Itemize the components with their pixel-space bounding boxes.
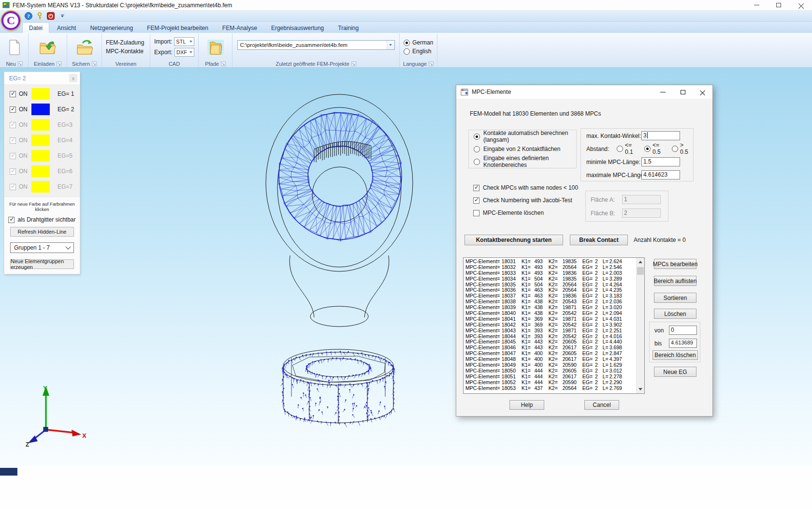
mpc-list-row[interactable]: MPC-Element=18052 K1=444 K2=20590 EG=2 L…: [465, 380, 636, 386]
eg-panel-close-button[interactable]: [69, 74, 77, 82]
eg-on-checkbox[interactable]: [10, 91, 16, 97]
dialog-maximize-button[interactable]: [673, 85, 693, 99]
ribbon-tab[interactable]: Netzgenerierung: [84, 23, 139, 33]
new-project-button[interactable]: [3, 33, 26, 60]
close-icon: [700, 90, 705, 95]
window-close-button[interactable]: [790, 0, 812, 10]
start-contact-calculation-button[interactable]: Kontaktberechnung starten: [464, 235, 563, 245]
bereich-loeschen-button[interactable]: Bereich löschen: [652, 350, 698, 360]
ribbon-tab[interactable]: Ergebnisauswertung: [265, 23, 330, 33]
eg-color-swatch[interactable]: [31, 134, 50, 146]
ribbon-tab[interactable]: Ansicht: [51, 23, 82, 33]
kontakt-winkel-input[interactable]: 3: [641, 131, 680, 140]
language-english-option[interactable]: English: [404, 48, 433, 55]
dialog-launcher-icon[interactable]: [351, 61, 356, 66]
abstand-option[interactable]: <= 0.5: [644, 144, 669, 153]
mpc-list-row[interactable]: MPC-Element=18034 K1=504 K2=19835 EG=2 L…: [465, 276, 636, 282]
eg-color-swatch[interactable]: [31, 165, 50, 177]
eg-color-swatch[interactable]: [31, 104, 50, 115]
paths-button[interactable]: [203, 33, 228, 60]
mpc-list-row[interactable]: MPC-Element=18033 K1=493 K2=19836 EG=2 L…: [465, 270, 636, 276]
exit-button[interactable]: [46, 12, 55, 20]
contact-mode-option[interactable]: Eingabe eines definierten Knotenbereiche…: [469, 155, 576, 168]
app-logo[interactable]: C: [1, 11, 20, 30]
groups-select[interactable]: Gruppen 1 - 7: [10, 242, 74, 253]
window-minimize-button[interactable]: [745, 0, 768, 10]
dialog-launcher-icon[interactable]: [92, 61, 97, 66]
check-option[interactable]: Check MPCs with same nodes < 100: [473, 181, 578, 194]
mpc-list-row[interactable]: MPC-Element=18051 K1=444 K2=20617 EG=2 L…: [465, 374, 636, 380]
break-contact-button[interactable]: Break Contact: [570, 235, 628, 245]
help-button[interactable]: Help: [509, 400, 544, 410]
refresh-hidden-line-button[interactable]: Refresh Hidden-Line: [10, 227, 74, 237]
dialog-launcher-icon[interactable]: [57, 61, 61, 66]
fem-zuladung-button[interactable]: FEM-Zuladung: [106, 39, 146, 46]
ribbon-group-neu: Neu: [0, 33, 29, 67]
help-button[interactable]: ?: [24, 12, 32, 20]
ribbon-tab[interactable]: Training: [332, 23, 365, 33]
min-mpc-laenge-input[interactable]: 1.5: [641, 157, 680, 166]
language-german-option[interactable]: German: [404, 39, 433, 46]
list-scrollbar[interactable]: [636, 258, 644, 393]
combobox-dropdown-button[interactable]: [387, 41, 394, 49]
loeschen-button[interactable]: Löschen: [654, 309, 696, 319]
mpc-list-row[interactable]: MPC-Element=18043 K1=393 K2=19871 EG=2 L…: [465, 328, 636, 334]
cancel-button[interactable]: Cancel: [584, 400, 619, 410]
neue-eg-button[interactable]: Neue EG: [654, 367, 696, 377]
dialog-close-button[interactable]: [693, 85, 712, 99]
check-option[interactable]: Check Numbering with Jacobi-Test: [473, 194, 578, 207]
model-viewport[interactable]: Y X Z EG= 2 ON EG= 1: [0, 68, 812, 508]
eg-color-swatch[interactable]: [31, 150, 50, 162]
abstand-option[interactable]: <= 0.1: [617, 144, 641, 153]
eg-on-checkbox[interactable]: [10, 106, 16, 113]
eg-on-checkbox[interactable]: [10, 184, 16, 190]
contact-mode-option[interactable]: Eingabe von 2 Kontaktflächen: [469, 143, 576, 155]
sortieren-button[interactable]: Sortieren: [654, 293, 696, 303]
eg-on-checkbox[interactable]: [10, 168, 16, 175]
scroll-up-button[interactable]: [637, 258, 644, 266]
eg-color-swatch[interactable]: [31, 119, 50, 131]
eg-on-checkbox[interactable]: [10, 122, 16, 128]
export-format-select[interactable]: DXF: [174, 48, 194, 57]
mpc-list-row[interactable]: MPC-Element=18032 K1=493 K2=20564 EG=2 L…: [465, 265, 636, 270]
eg-color-swatch[interactable]: [31, 88, 50, 100]
ribbon-tab[interactable]: FEM-Projekt bearbeiten: [141, 23, 215, 33]
scroll-down-button[interactable]: [637, 385, 644, 393]
mpc-element-listbox[interactable]: MPC-Element=18031 K1=493 K2=19835 EG=2 L…: [463, 257, 645, 394]
bereich-auflisten-button[interactable]: Bereich auflisten: [654, 276, 696, 286]
window-maximize-button[interactable]: [768, 0, 790, 10]
mpc-kontakte-button[interactable]: MPC-Kontakte: [106, 48, 146, 55]
eg-color-swatch[interactable]: [31, 181, 50, 193]
dialog-launcher-icon[interactable]: [221, 61, 226, 66]
mpc-list-row[interactable]: MPC-Element=18053 K1=437 K2=20564 EG=2 L…: [465, 386, 636, 391]
wireframe-visible-option[interactable]: als Drahtgitter sichtbar: [4, 216, 80, 223]
license-key-button[interactable]: [35, 12, 44, 20]
import-format-select[interactable]: STL: [174, 37, 194, 46]
ribbon-tab[interactable]: FEM-Analyse: [216, 23, 263, 33]
max-mpc-laenge-input[interactable]: 4.614623: [641, 170, 680, 179]
wireframe-checkbox[interactable]: [8, 217, 14, 223]
contact-mode-option[interactable]: Kontakte automatisch berechnen (langsam): [469, 130, 576, 143]
abstand-option[interactable]: > 0.5: [672, 144, 693, 153]
dialog-title-bar[interactable]: MPC-Elemente: [456, 85, 712, 99]
bis-input[interactable]: 4.613689: [669, 339, 697, 348]
customize-toolbar-button[interactable]: [58, 15, 66, 17]
new-element-groups-button[interactable]: Neue Elementgruppen erzeugen: [10, 259, 74, 269]
min-mpc-laenge-label: minimle MPC-Länge:: [586, 159, 640, 165]
mpc-list-row[interactable]: MPC-Element=18041 K1=369 K2=19871 EG=2 L…: [465, 316, 636, 322]
eg-on-checkbox[interactable]: [10, 137, 16, 144]
recent-projects-combobox[interactable]: C:\projekte\fkm\beide_zusammen\tet4b.fem: [237, 40, 395, 50]
open-project-button[interactable]: [35, 33, 60, 60]
scrollbar-thumb[interactable]: [637, 267, 644, 275]
eg-on-checkbox[interactable]: [10, 153, 16, 159]
dialog-launcher-icon[interactable]: [18, 61, 23, 66]
dialog-minimize-button[interactable]: [653, 85, 673, 99]
von-input[interactable]: 0: [669, 326, 697, 335]
mpc-list-row[interactable]: MPC-Element=18042 K1=369 K2=20542 EG=2 L…: [465, 322, 636, 328]
save-project-button[interactable]: [72, 33, 97, 60]
ribbon-tab[interactable]: Datei: [22, 22, 49, 33]
mpcs-bearbeiten-button[interactable]: MPCs bearbeiten: [654, 259, 696, 269]
check-option[interactable]: MPC-Elemente löschen: [473, 207, 578, 219]
dialog-launcher-icon[interactable]: [429, 61, 434, 66]
app-window: FEM-System MEANS V13 - Strukturdatei C:\…: [0, 0, 812, 508]
